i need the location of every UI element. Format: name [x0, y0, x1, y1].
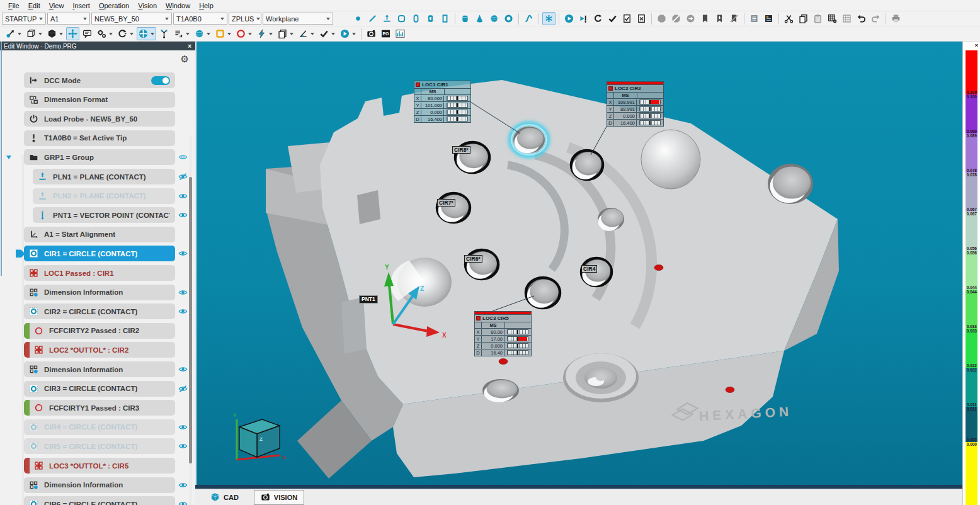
tree-collapse-arrow-icon[interactable] — [6, 156, 11, 159]
visibility-on-eye-icon[interactable] — [178, 499, 188, 505]
edit-item-cir2[interactable]: CIR2 = CIRCLE (CONTACT) — [24, 304, 175, 319]
probe-path-button[interactable] — [157, 27, 171, 40]
chevron-down-icon[interactable] — [151, 33, 154, 35]
probe-toolbox-button[interactable] — [95, 27, 115, 40]
cut-button[interactable] — [782, 12, 795, 25]
edit-item-dimension[interactable]: Dimension Format — [24, 92, 175, 108]
bookmark-jump-button[interactable] — [713, 12, 726, 25]
cir7-hole[interactable] — [437, 193, 470, 222]
edit-item-dimension[interactable]: Dimension Information — [24, 477, 175, 493]
view-cube[interactable]: Y X Z — [233, 412, 286, 460]
chevron-down-icon[interactable] — [18, 33, 21, 35]
chevron-down-icon[interactable] — [130, 33, 134, 35]
visibility-on-eye-icon[interactable] — [178, 441, 188, 451]
dcc-mode-toggle[interactable] — [151, 76, 170, 85]
chevron-down-icon[interactable] — [207, 33, 210, 35]
circle-feature-button[interactable] — [395, 12, 408, 25]
visibility-on-eye-icon[interactable] — [178, 423, 188, 433]
feature-tag-cir8[interactable]: CIR8* — [452, 146, 470, 154]
menu-operation[interactable]: Operation — [94, 1, 134, 10]
cad-3d-viewport[interactable]: HEXAGON X Y Z — [195, 42, 962, 485]
chevron-down-icon[interactable] — [311, 33, 314, 35]
chevron-down-icon[interactable] — [248, 33, 252, 35]
auto-feature-button[interactable] — [542, 12, 556, 25]
cad-part-drawing[interactable]: HEXAGON X Y Z — [197, 42, 962, 485]
feature-list-button[interactable] — [172, 27, 191, 40]
continue-button[interactable] — [684, 12, 697, 25]
workplane-dropdown[interactable]: ZPLUS — [229, 13, 261, 25]
edit-item-loc2[interactable]: LOC2 *OUTTOL* : CIR2 — [24, 342, 175, 358]
histogram-tool-button[interactable] — [394, 27, 407, 40]
stop-button[interactable] — [655, 12, 668, 25]
gage-circle-button[interactable] — [234, 27, 254, 40]
visibility-off-eye-icon[interactable] — [178, 172, 188, 182]
menu-file[interactable]: File — [4, 1, 24, 10]
print-button[interactable] — [889, 12, 903, 25]
dimension-label-loc2[interactable]: LOC2 CIR2MSX108.991Y88.991Z0.000D16.400 — [607, 81, 664, 127]
chevron-down-icon[interactable] — [38, 33, 42, 35]
accept-button[interactable] — [317, 27, 337, 40]
visibility-on-eye-icon[interactable] — [178, 307, 188, 317]
cone-feature-button[interactable] — [473, 12, 486, 25]
sphere-feature-button[interactable] — [487, 12, 501, 25]
edit-item-a1[interactable]: A1 = Start Alignment — [24, 227, 175, 242]
snapshot-camera-button[interactable] — [365, 27, 378, 40]
chevron-down-icon[interactable] — [269, 33, 273, 35]
stop-all-button[interactable] — [669, 12, 683, 25]
torus-feature-button[interactable] — [502, 12, 515, 25]
exposure-tool-button[interactable]: EO — [379, 27, 392, 40]
tip-dropdown[interactable]: T1A0B0 — [173, 13, 227, 25]
cir5-hole[interactable] — [526, 278, 560, 308]
chevron-down-icon[interactable] — [227, 33, 231, 35]
copy-button[interactable] — [797, 12, 810, 25]
execute-mini-button[interactable] — [338, 27, 358, 40]
tab-cad[interactable]: CAD — [204, 491, 245, 504]
redo-button[interactable] — [869, 12, 882, 25]
menu-vision[interactable]: Vision — [134, 1, 161, 10]
gage-rectangle-button[interactable] — [214, 27, 233, 40]
bookmark-button[interactable] — [698, 12, 712, 25]
paste-special-button[interactable] — [826, 12, 839, 25]
alignment-dropdown[interactable]: A1 — [47, 13, 90, 25]
menu-window[interactable]: Window — [161, 1, 195, 10]
quick-feature-button[interactable] — [255, 27, 275, 40]
undo-button[interactable] — [855, 12, 868, 25]
edit-item-fcfcirty1[interactable]: FCFCIRTY1 Passed : CIR3 — [24, 400, 175, 416]
curve-feature-button[interactable] — [522, 12, 535, 25]
visibility-on-eye-icon[interactable] — [178, 210, 188, 220]
visibility-on-eye-icon[interactable] — [178, 480, 188, 491]
chevron-down-icon[interactable] — [59, 33, 63, 35]
chevron-down-icon[interactable] — [290, 33, 293, 35]
probe-dropdown[interactable]: NEW5_BY_50 — [91, 13, 172, 25]
close-icon[interactable]: × — [188, 43, 191, 50]
menu-edit[interactable]: Edit — [24, 1, 45, 10]
probe-mode-button[interactable] — [4, 27, 23, 40]
panel-scrollbar-thumb[interactable] — [189, 177, 192, 463]
rotate-view-button[interactable] — [116, 27, 135, 40]
menu-view[interactable]: View — [45, 1, 69, 10]
edit-item-cir3[interactable]: CIR3 = CIRCLE (CONTACT) — [24, 381, 175, 397]
menu-help[interactable]: Help — [195, 1, 218, 10]
confirm-button[interactable] — [606, 12, 619, 25]
chevron-down-icon[interactable] — [352, 33, 356, 35]
surface-mode-button[interactable] — [193, 27, 212, 40]
edit-item-loc1[interactable]: LOC1 Passed : CIR1 — [24, 265, 175, 281]
edit-item-loc3[interactable]: LOC3 *OUTTOL* : CIR5 — [24, 458, 175, 474]
gear-icon[interactable]: ⚙ — [181, 54, 189, 64]
chevron-down-icon[interactable] — [186, 33, 190, 35]
tab-vision[interactable]: VISION — [254, 490, 304, 505]
report-template-button[interactable] — [762, 12, 775, 25]
execute-program-button[interactable] — [562, 12, 576, 25]
cad-display-button[interactable] — [45, 27, 65, 40]
duplicate-pages-button[interactable] — [276, 27, 295, 40]
edit-item-pln1[interactable]: PLN1 = PLANE (CONTACT) — [33, 169, 175, 184]
square-slot-feature-button[interactable] — [424, 12, 437, 25]
comment-button[interactable] — [81, 27, 94, 40]
close-icon[interactable]: × — [975, 42, 978, 49]
edit-item-pln2[interactable]: PLN2 = PLANE (CONTACT) — [33, 188, 175, 204]
hole[interactable] — [768, 164, 813, 204]
rectangle-feature-button[interactable] — [438, 12, 452, 25]
visibility-on-eye-icon[interactable] — [178, 249, 188, 259]
visibility-off-eye-icon[interactable] — [178, 384, 188, 394]
edit-item-cir1[interactable]: CIR1 = CIRCLE (CONTACT) — [24, 246, 175, 261]
